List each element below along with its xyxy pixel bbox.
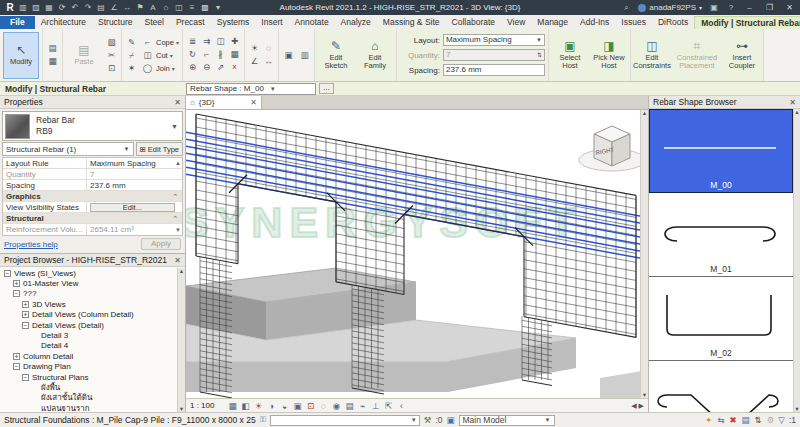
switch-windows-icon[interactable]: ▥: [18, 1, 28, 15]
nav-back-icon[interactable]: ‹: [395, 401, 408, 411]
move-icon[interactable]: ✚: [228, 36, 241, 47]
view-tab-3d[interactable]: ⌂ {3D} ✕: [186, 96, 262, 109]
tree-item-01-master-view[interactable]: +01-Master View: [0, 278, 185, 288]
tree-expander-icon[interactable]: +: [13, 353, 20, 360]
split-face-icon[interactable]: ⌿: [125, 50, 138, 61]
tree-expander-icon[interactable]: +: [13, 280, 20, 287]
print-icon[interactable]: ▤: [96, 1, 106, 15]
temporary-hide-isolate-icon[interactable]: ◌: [317, 401, 330, 411]
tree-item-detail-3[interactable]: Detail 3: [0, 330, 185, 340]
cut-dropdown-icon[interactable]: ▾: [170, 52, 173, 59]
demolish-icon[interactable]: ✶: [125, 63, 138, 74]
design-options-icon[interactable]: ▣: [447, 415, 455, 425]
3d-model[interactable]: RIGHT: [186, 110, 648, 398]
trim-icon[interactable]: ⌐: [200, 49, 213, 60]
quantity-stepper[interactable]: 7⇅: [443, 49, 545, 61]
tag-icon[interactable]: ⚑: [135, 1, 145, 15]
canvas-hscrollbar[interactable]: ◀▶: [631, 402, 644, 410]
temporary-view-properties-icon[interactable]: ▤: [343, 401, 356, 411]
offset-icon[interactable]: ⇉: [200, 36, 213, 47]
tab-analyze[interactable]: Analyze: [335, 16, 377, 29]
settings-icon[interactable]: ⚙: [767, 415, 775, 425]
minimize-button[interactable]: –: [743, 3, 756, 12]
reveal-hidden-elements-icon[interactable]: ◉: [330, 401, 343, 411]
canvas-scroll-left-icon[interactable]: ◀: [631, 402, 636, 410]
rebar-shape-m-01[interactable]: M_01: [649, 193, 793, 277]
tab-diroots[interactable]: DiRoots: [652, 16, 694, 29]
tab-issues[interactable]: Issues: [615, 16, 652, 29]
cope-button[interactable]: ⌐Cope▾: [141, 36, 179, 48]
text-icon[interactable]: A: [148, 1, 158, 15]
worksharing-display-icon[interactable]: ✦: [705, 415, 712, 425]
mirror-icon[interactable]: ◫: [214, 36, 227, 47]
tab-insert[interactable]: Insert: [255, 16, 288, 29]
undo-icon[interactable]: ↶: [70, 1, 80, 15]
properties-help-link[interactable]: Properties help: [4, 240, 58, 249]
browser-scrollbar[interactable]: ▲▼: [177, 268, 185, 412]
type-selector[interactable]: Rebar BarRB9 ▼: [2, 111, 183, 141]
aligned-dimension-icon[interactable]: ↔: [122, 1, 132, 15]
tab-massing-site[interactable]: Massing & Site: [377, 16, 446, 29]
tree-expander-icon[interactable]: −: [22, 374, 29, 381]
tab-structure[interactable]: Structure: [92, 16, 139, 29]
tree-item-detail-views-column-detail[interactable]: +Detail Views (Column Detail): [0, 310, 185, 320]
edit-constraints-button[interactable]: ◫Edit Constraints: [634, 32, 670, 79]
viewcube[interactable]: RIGHT: [579, 126, 645, 171]
tree-expander-icon[interactable]: +: [22, 301, 29, 308]
delete-icon[interactable]: ×: [228, 62, 241, 73]
tree-item-views-si-views[interactable]: −Views (SI_Views): [0, 268, 185, 278]
properties-close-icon[interactable]: ✕: [174, 98, 181, 107]
constrained-placement-button[interactable]: ⌗Constrained Placement: [673, 32, 721, 79]
measure-icon[interactable]: ∠: [248, 56, 261, 67]
layout-select[interactable]: Maximum Spacing▼: [443, 34, 545, 46]
rebar-shape-browser-close-icon[interactable]: ✕: [789, 98, 796, 107]
apply-button[interactable]: Apply: [141, 238, 181, 250]
selection-filter[interactable]: Structural Rebar (1)▼: [2, 142, 134, 156]
tree-expander-icon[interactable]: −: [22, 322, 29, 329]
visual-style-icon[interactable]: ◧: [239, 401, 252, 411]
select-host-button[interactable]: ▣Select Host: [552, 32, 588, 79]
align-icon[interactable]: ≣: [186, 36, 199, 47]
scale-icon[interactable]: ⇗: [214, 62, 227, 73]
tab-precast[interactable]: Precast: [170, 16, 211, 29]
cut-button[interactable]: ◫Cut▾: [141, 49, 179, 61]
section-collapse-icon[interactable]: ⌃: [172, 213, 182, 223]
unlock-icon[interactable]: ⚿: [260, 415, 266, 425]
rotate-icon[interactable]: ↻: [186, 49, 199, 60]
pin-icon[interactable]: ⊕: [186, 62, 199, 73]
property-section-graphics[interactable]: Graphics⌃: [3, 191, 182, 202]
tree-item-[interactable]: −???: [0, 289, 185, 299]
property-value-layout-rule[interactable]: Maximum Spacing: [87, 158, 182, 168]
tree-item-structural-plans[interactable]: −Structural Plans: [0, 372, 185, 382]
link-monitor-icon[interactable]: ⇆: [717, 415, 724, 425]
tab-systems[interactable]: Systems: [211, 16, 256, 29]
section-collapse-icon[interactable]: ⌃: [172, 191, 182, 201]
property-value-spacing[interactable]: 237.6 mm: [87, 180, 182, 190]
sun-settings-icon[interactable]: ◒: [278, 401, 291, 411]
close-button[interactable]: ✕: [783, 3, 796, 12]
tree-expander-icon[interactable]: −: [13, 290, 20, 297]
reveal-constraints-icon[interactable]: ⊥: [369, 401, 382, 411]
design-option-select[interactable]: Main Model▼: [459, 415, 555, 426]
tab-add-ins[interactable]: Add-Ins: [574, 16, 615, 29]
edit-sketch-button[interactable]: ✎Edit Sketch: [318, 32, 354, 79]
tab-steel[interactable]: Steel: [139, 16, 170, 29]
show-crop-region-icon[interactable]: ⊡: [304, 401, 317, 411]
tab-collaborate[interactable]: Collaborate: [446, 16, 501, 29]
tab-view[interactable]: View: [501, 16, 531, 29]
create-similar-icon[interactable]: ▣: [282, 50, 295, 61]
edit-visibility-button[interactable]: Edit...: [90, 203, 175, 212]
help-icon[interactable]: ?: [726, 1, 736, 15]
tree-expander-icon[interactable]: −: [4, 270, 11, 277]
sync-icon[interactable]: ⟳: [57, 1, 67, 15]
canvas-scroll-right-icon[interactable]: ▶: [639, 402, 644, 410]
editable-only-icon[interactable]: ⚒: [424, 415, 432, 425]
crop-view-icon[interactable]: ▣: [291, 401, 304, 411]
shadows-icon[interactable]: ◑: [265, 401, 278, 411]
rebar-shape-select[interactable]: Rebar Shape : M_00▼: [186, 83, 316, 95]
customize-qat-icon[interactable]: ▾: [213, 1, 223, 15]
shape-scroll-up-icon[interactable]: ▲: [794, 109, 799, 115]
sheet-issue-icon[interactable]: ▤: [742, 415, 750, 425]
tree-item-detail-views-detail[interactable]: −Detail Views (Detail): [0, 320, 185, 330]
detail-level-icon[interactable]: ▦: [226, 401, 239, 411]
